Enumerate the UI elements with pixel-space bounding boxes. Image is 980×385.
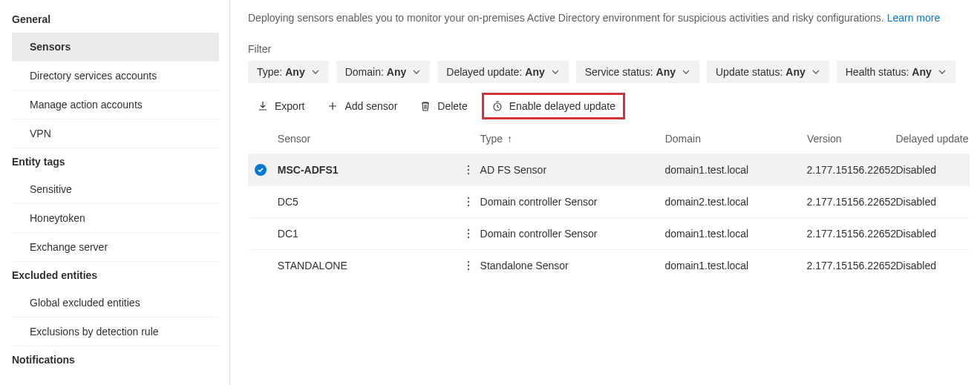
svg-point-12 [467,269,468,270]
column-header-delayed-update[interactable]: Delayed update [895,133,970,145]
table-header-row: Sensor Type ↑ Domain Version Delayed upd… [248,124,970,154]
chevron-down-icon [682,68,690,76]
filter-chip-update-status[interactable]: Update status: Any [707,61,829,83]
nav-group-notifications: Notifications [12,346,229,373]
filter-name: Domain: [345,66,384,78]
column-header-version[interactable]: Version [807,133,896,145]
row-more-button[interactable] [461,260,476,272]
sensors-table: Sensor Type ↑ Domain Version Delayed upd… [248,124,970,281]
nav-group-general: General [12,6,229,33]
svg-point-10 [467,261,468,263]
column-header-type[interactable]: Type ↑ [476,133,665,145]
svg-point-2 [467,169,468,171]
filter-chip-service-status[interactable]: Service status: Any [576,61,699,83]
cell-domain: domain2.test.local [664,196,806,208]
filter-chip-domain[interactable]: Domain: Any [336,61,431,83]
export-label: Export [275,100,304,112]
filter-value: Any [387,66,406,78]
check-circle-icon [255,164,267,176]
nav-item-exchange-server[interactable]: Exchange server [12,233,219,262]
svg-point-7 [467,229,468,231]
nav-item-honeytoken[interactable]: Honeytoken [12,204,219,233]
nav-item-exclusions-by-detection-rule[interactable]: Exclusions by detection rule [12,317,219,346]
nav-item-manage-action-accounts[interactable]: Manage action accounts [12,91,219,119]
nav-item-sensitive[interactable]: Sensitive [12,175,219,204]
chevron-down-icon [551,68,560,76]
cell-domain: domain1.test.local [664,228,806,240]
clock-icon [491,100,503,112]
svg-point-4 [467,197,468,199]
filter-name: Type: [257,66,282,78]
page-description: Deploying sensors enables you to monitor… [248,10,980,25]
nav-item-vpn[interactable]: VPN [12,119,219,148]
enable-delayed-update-label: Enable delayed update [509,100,615,112]
filter-row: Type: Any Domain: Any Delayed update: An… [248,61,980,83]
svg-point-8 [467,233,468,234]
cell-type: AD FS Sensor [476,164,665,176]
chevron-down-icon [811,68,820,76]
filter-chip-health-status[interactable]: Health status: Any [837,61,956,83]
filter-name: Service status: [585,66,653,78]
cell-version: 2.177.15156.22652 [806,196,895,208]
cell-domain: domain1.test.local [664,164,806,176]
cell-sensor-name: STANDALONE [273,260,461,272]
table-row[interactable]: STANDALONE Standalone Sensor domain1.tes… [248,249,970,281]
column-header-type-label: Type [480,133,503,145]
cell-version: 2.177.15156.22652 [806,260,895,272]
row-checkbox[interactable] [248,164,273,176]
sidebar-nav: General Sensors Directory services accou… [0,0,230,385]
filter-name: Update status: [716,66,783,78]
svg-point-3 [467,173,468,174]
filter-name: Delayed update: [446,66,522,78]
svg-point-11 [467,265,468,266]
cell-domain: domain1.test.local [664,260,806,272]
cell-delayed-update: Disabled [895,260,970,272]
column-header-domain[interactable]: Domain [665,133,807,145]
row-more-button[interactable] [461,228,476,240]
row-more-button[interactable] [461,196,476,208]
cell-version: 2.177.15156.22652 [806,164,895,176]
cell-type: Standalone Sensor [476,260,665,272]
filter-name: Health status: [846,66,909,78]
add-sensor-label: Add sensor [344,100,397,112]
svg-point-9 [467,237,468,238]
table-row[interactable]: DC5 Domain controller Sensor domain2.tes… [248,185,970,217]
cell-sensor-name: MSC-ADFS1 [273,164,461,176]
toolbar: Export Add sensor Delete Enable delayed … [248,92,980,124]
cell-delayed-update: Disabled [895,164,970,176]
svg-point-5 [467,201,468,203]
cell-type: Domain controller Sensor [476,196,665,208]
filter-value: Any [285,66,304,78]
row-more-button[interactable] [461,164,476,176]
add-sensor-button[interactable]: Add sensor [322,96,402,116]
delete-button[interactable]: Delete [415,96,471,116]
filter-value: Any [912,66,931,78]
nav-item-sensors[interactable]: Sensors [12,33,219,62]
learn-more-link[interactable]: Learn more [887,12,941,24]
svg-point-6 [467,205,468,206]
download-icon [257,100,269,112]
filter-chip-delayed-update[interactable]: Delayed update: Any [437,61,568,83]
filter-value: Any [525,66,544,78]
filter-chip-type[interactable]: Type: Any [248,61,329,83]
trash-icon [419,100,431,112]
nav-group-excluded-entities: Excluded entities [12,262,229,289]
filter-value: Any [785,66,805,78]
column-header-sensor[interactable]: Sensor [273,133,461,145]
nav-group-entity-tags: Entity tags [12,148,229,175]
cell-delayed-update: Disabled [895,228,970,240]
sort-ascending-icon: ↑ [507,133,512,145]
nav-item-directory-services-accounts[interactable]: Directory services accounts [12,62,219,91]
description-text: Deploying sensors enables you to monitor… [248,12,887,24]
chevron-down-icon [938,68,947,76]
svg-point-1 [467,165,468,167]
enable-delayed-update-button[interactable]: Enable delayed update [486,96,621,116]
nav-item-global-excluded-entities[interactable]: Global excluded entities [12,289,219,317]
cell-sensor-name: DC1 [273,228,461,240]
filter-value: Any [656,66,676,78]
plus-icon [327,100,339,112]
table-row[interactable]: DC1 Domain controller Sensor domain1.tes… [248,217,970,249]
export-button[interactable]: Export [252,96,309,116]
main-content: Deploying sensors enables you to monitor… [230,0,980,385]
table-row[interactable]: MSC-ADFS1 AD FS Sensor domain1.test.loca… [248,154,970,185]
